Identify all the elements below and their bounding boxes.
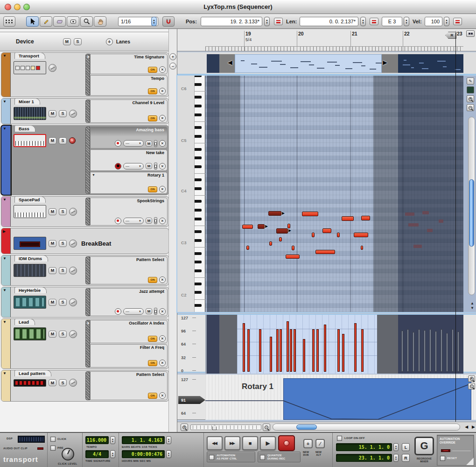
lane-channel-9-level[interactable]: Channel 9 LevelON×: [90, 99, 168, 123]
black-key[interactable]: [195, 269, 202, 272]
clip-fragment[interactable]: [207, 54, 219, 73]
device-thumbnail[interactable]: [14, 134, 46, 147]
editor-zoom-in-button[interactable]: +: [467, 95, 474, 102]
track-name-tab[interactable]: Bass: [14, 125, 35, 132]
black-key[interactable]: [195, 156, 202, 159]
track-mute-button[interactable]: M: [49, 267, 56, 274]
hzoom-in-button[interactable]: +: [181, 424, 188, 431]
device-thumbnail[interactable]: [14, 379, 46, 387]
device-thumbnail[interactable]: [14, 61, 46, 74]
velocity-bar[interactable]: [342, 334, 344, 372]
rotary-zoom-in-button[interactable]: +: [468, 375, 475, 382]
track-name-tab[interactable]: Mixer 1: [14, 98, 40, 105]
disclosure-down-icon[interactable]: ▼: [86, 321, 90, 325]
midi-note[interactable]: [361, 216, 370, 220]
device-track-breakbeat[interactable]: ▶MSBreakBeat: [1, 228, 169, 254]
lane-delete-button[interactable]: ×: [159, 360, 166, 366]
vel-stepper[interactable]: ▲▼: [444, 17, 449, 26]
velocity-bar[interactable]: [312, 329, 315, 372]
song-position-stepper[interactable]: ▲▼: [166, 436, 171, 444]
disclosure-down-icon[interactable]: ▼: [3, 54, 7, 58]
midi-note[interactable]: [258, 224, 265, 229]
lane-target-dropdown[interactable]: —▼: [123, 163, 144, 170]
track-solo-button[interactable]: S: [59, 299, 67, 306]
editor-zoom-out-button[interactable]: −: [467, 104, 474, 111]
black-key[interactable]: [195, 126, 202, 129]
midi-note[interactable]: [246, 246, 249, 250]
midi-note[interactable]: [354, 233, 368, 237]
track-color-strip[interactable]: ▼: [1, 255, 11, 285]
lane-group-handle[interactable]: [85, 127, 90, 194]
midi-note[interactable]: [342, 216, 354, 221]
rotary-value-pointer[interactable]: 91: [178, 396, 205, 404]
time-stepper[interactable]: ▲▼: [166, 450, 171, 458]
regroove-mixer-button[interactable]: G: [414, 437, 434, 455]
midi-note[interactable]: [361, 246, 363, 250]
device-knob-icon[interactable]: [69, 240, 77, 248]
velocity-bars-area[interactable]: [205, 315, 463, 374]
device-track-lead[interactable]: ▼LeadMS▼Oscillator A IndexON×Filter A Fr…: [1, 318, 169, 369]
record-button[interactable]: [278, 435, 295, 451]
velocity-bar[interactable]: [290, 329, 292, 372]
arrangement-overview-strip[interactable]: ◀▶: [177, 52, 476, 75]
lane-amazing-bass[interactable]: Amazing bass—▼M×: [90, 127, 168, 149]
lane-delete-button[interactable]: ×: [159, 140, 166, 147]
len-stepper[interactable]: ▲▼: [360, 17, 366, 26]
lane-on-button[interactable]: ON: [148, 277, 157, 283]
new-alt-button[interactable]: ∕: [315, 439, 325, 448]
lane-target-dropdown[interactable]: —▼: [123, 140, 144, 147]
velocity-bar[interactable]: [270, 337, 272, 372]
midi-note[interactable]: [322, 228, 331, 233]
lane-target-dropdown[interactable]: —▼: [123, 218, 144, 224]
disclosure-down-icon[interactable]: ▼: [3, 320, 7, 324]
quantize-during-rec-checkbox[interactable]: [260, 455, 265, 460]
velocity-lane[interactable]: 1279664320: [177, 314, 476, 373]
disclosure-down-icon[interactable]: ▼: [3, 371, 7, 375]
disclosure-down-icon[interactable]: ▼: [3, 288, 7, 292]
play-button[interactable]: ▶: [260, 436, 276, 450]
track-mute-button[interactable]: M: [49, 299, 56, 306]
midi-note[interactable]: [286, 255, 300, 259]
detach-sequencer-button[interactable]: [3, 16, 15, 27]
magnify-tool-button[interactable]: [80, 16, 93, 27]
ruler-options-button[interactable]: [466, 30, 475, 37]
rotary-automation-lane[interactable]: 127 64 91 Rotary 1 + −: [177, 375, 476, 420]
bar-ruler[interactable]: R 195/420212223: [177, 29, 476, 51]
lane-group-handle[interactable]: [85, 288, 90, 316]
fast-forward-button[interactable]: ▶▶: [224, 436, 240, 450]
goto-left-locator-button[interactable]: L: [402, 443, 410, 451]
midi-note[interactable]: [337, 233, 340, 237]
track-mute-button[interactable]: M: [49, 137, 56, 144]
black-key[interactable]: [195, 230, 202, 233]
vertical-scrollbar[interactable]: [468, 117, 475, 295]
device-thumbnail[interactable]: [14, 264, 46, 277]
track-color-strip[interactable]: ▶: [1, 228, 11, 254]
left-locator-display[interactable]: 15. 1. 1. 0: [336, 443, 392, 451]
velocity-bar[interactable]: [337, 329, 340, 372]
horizontal-scrollbar-thumb[interactable]: [296, 425, 317, 430]
track-name-tab[interactable]: HeyHerbie: [14, 287, 47, 293]
lane-mute-button[interactable]: M: [146, 141, 152, 147]
track-name-tab[interactable]: Transport: [14, 52, 45, 59]
hzoom-slider[interactable]: [190, 425, 261, 430]
device-thumbnail[interactable]: [14, 107, 46, 120]
track-color-strip[interactable]: ▼: [1, 319, 11, 368]
black-key[interactable]: [195, 209, 202, 212]
velocity-bar[interactable]: [316, 329, 319, 372]
track-mute-button[interactable]: M: [49, 208, 56, 215]
track-name-tab[interactable]: Lead pattern: [14, 370, 51, 376]
disclosure-down-icon[interactable]: ▼: [86, 55, 90, 59]
device-thumbnail[interactable]: [14, 327, 46, 340]
pos-stepper[interactable]: ▲▼: [264, 17, 270, 26]
midi-note[interactable]: [268, 211, 281, 216]
black-key[interactable]: [195, 96, 202, 99]
track-color-strip[interactable]: ▼: [1, 370, 11, 401]
midi-note[interactable]: [287, 224, 290, 228]
scroll-left-icon[interactable]: ◀: [465, 424, 468, 430]
device-knob-icon[interactable]: [69, 379, 77, 387]
black-key[interactable]: [195, 261, 202, 263]
track-solo-button[interactable]: S: [59, 208, 67, 215]
device-knob-icon[interactable]: [69, 330, 77, 338]
right-locator-display[interactable]: 23. 1. 1. 0: [336, 454, 392, 462]
device-track-heyherbie[interactable]: ▼HeyHerbieMSJazz attempt—▼M×: [1, 287, 169, 318]
